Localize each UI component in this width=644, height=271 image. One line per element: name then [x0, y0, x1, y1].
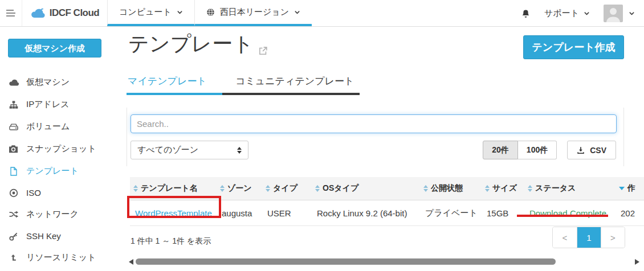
sort-icon	[220, 185, 225, 192]
hdd-icon	[8, 122, 19, 131]
level-up-icon	[8, 253, 19, 262]
page-size-button-1[interactable]: 100件	[518, 141, 557, 159]
sidebar-item-label: スナップショット	[26, 143, 96, 154]
nav-region-menu[interactable]: 西日本リージョン	[194, 0, 312, 26]
filter-row: すべてのゾーン 20件100件 CSV	[127, 141, 623, 159]
globe-icon	[206, 8, 215, 17]
account-menu[interactable]	[604, 5, 635, 22]
sidebar-item-1[interactable]: IPアドレス	[0, 93, 127, 116]
zone-select-value: すべてのゾーン	[137, 145, 198, 155]
column-label: ステータス	[535, 183, 576, 194]
sidebar: 仮想マシン作成 仮想マシンIPアドレスボリュームスナップショットテンプレートIS…	[0, 27, 127, 271]
file-icon	[8, 167, 19, 176]
topbar: IDCF Cloud コンピュート 西日本リージョン	[0, 0, 644, 27]
chevron-down-icon	[629, 10, 635, 17]
column-label: サイズ	[492, 183, 517, 194]
column-header-6[interactable]: ステータス	[524, 183, 616, 194]
pagination-prev-button[interactable]: <	[553, 227, 577, 248]
title-row: テンプレート テンプレート作成	[127, 27, 644, 62]
sidebar-menu: 仮想マシンIPアドレスボリュームスナップショットテンプレートISOネットワークS…	[0, 71, 127, 269]
column-header-2[interactable]: タイプ	[262, 183, 312, 194]
table-header-row: テンプレート名ゾーンタイプOSタイプ公開状態サイズステータス作	[130, 177, 644, 200]
sort-icon	[266, 185, 270, 192]
sidebar-item-0[interactable]: 仮想マシン	[0, 71, 127, 93]
column-header-3[interactable]: OSタイプ	[312, 183, 420, 194]
page-size-button-0[interactable]: 20件	[483, 141, 518, 159]
notification-bell-icon[interactable]	[521, 8, 531, 18]
page-title: テンプレート	[128, 30, 254, 58]
scrollbar-thumb[interactable]	[136, 258, 556, 265]
column-header-7[interactable]: 作	[616, 183, 644, 194]
filter-panel: すべてのゾーン 20件100件 CSV	[127, 108, 624, 166]
sidebar-item-label: ISO	[26, 188, 41, 198]
camera-icon	[8, 145, 19, 153]
template-table: テンプレート名ゾーンタイプOSタイプ公開状態サイズステータス作 WordPres…	[130, 177, 644, 226]
nav-compute-label: コンピュート	[119, 7, 172, 18]
tab-0[interactable]: マイテンプレート	[127, 71, 222, 95]
external-link-icon[interactable]	[258, 46, 268, 56]
column-header-5[interactable]: サイズ	[482, 183, 524, 194]
create-vm-button[interactable]: 仮想マシン作成	[8, 39, 101, 58]
pagination-next-button[interactable]: >	[601, 227, 625, 248]
search-input[interactable]	[131, 114, 617, 133]
column-header-4[interactable]: 公開状態	[420, 183, 482, 194]
support-menu[interactable]: サポート	[544, 8, 590, 19]
sort-icon	[133, 185, 138, 192]
shuffle-icon	[8, 210, 19, 219]
column-label: 公開状態	[431, 183, 463, 194]
scroll-left-arrow[interactable]	[129, 259, 133, 265]
tab-1[interactable]: コミュニティテンプレート	[222, 71, 360, 95]
sidebar-item-4[interactable]: テンプレート	[0, 160, 127, 182]
pagination: < 1 >	[552, 227, 625, 248]
table-row: WordPressTemplateaugustaUSERRocky Linux …	[130, 200, 644, 226]
cloud-icon	[8, 78, 19, 87]
cell-size: 15GB	[482, 208, 524, 218]
sidebar-item-5[interactable]: ISO	[0, 182, 127, 203]
chevron-down-icon	[584, 10, 590, 17]
scroll-right-arrow[interactable]	[635, 259, 639, 265]
brand-logo[interactable]: IDCF Cloud	[22, 0, 107, 26]
tabs: マイテンプレートコミュニティテンプレート	[127, 71, 644, 95]
cell-created: 202	[616, 208, 644, 218]
cell-status: Download Complete	[524, 208, 616, 218]
table-body: WordPressTemplateaugustaUSERRocky Linux …	[130, 200, 644, 226]
sidebar-item-label: ネットワーク	[26, 209, 79, 220]
cell-visibility: プライベート	[420, 208, 482, 219]
sort-icon	[423, 185, 428, 192]
sidebar-item-7[interactable]: SSH Key	[0, 225, 127, 247]
horizontal-scrollbar	[129, 258, 639, 265]
list-controls: 20件100件 CSV	[483, 141, 616, 159]
sidebar-item-2[interactable]: ボリューム	[0, 116, 127, 138]
nav-compute-menu[interactable]: コンピュート	[107, 0, 194, 26]
sidebar-item-label: ボリューム	[26, 121, 70, 132]
support-label: サポート	[544, 8, 579, 19]
cell-type: USER	[262, 208, 312, 218]
topbar-right: サポート	[521, 0, 644, 26]
sort-icon	[315, 185, 320, 192]
main-content: テンプレート テンプレート作成 マイテンプレートコミュニティテンプレート すべて…	[127, 27, 644, 271]
sidebar-item-6[interactable]: ネットワーク	[0, 203, 127, 225]
cell-name[interactable]: WordPressTemplate	[130, 208, 217, 218]
column-header-0[interactable]: テンプレート名	[130, 183, 217, 194]
column-label: OSタイプ	[323, 183, 358, 194]
select-updown-icon	[237, 147, 242, 154]
sidebar-item-3[interactable]: スナップショット	[0, 138, 127, 160]
pagination-page-1-button[interactable]: 1	[577, 227, 601, 248]
cell-os: Rocky Linux 9.2 (64-bit)	[312, 208, 420, 218]
sort-desc-icon	[619, 187, 625, 190]
sort-icon	[485, 185, 490, 192]
sidebar-item-label: 仮想マシン	[26, 77, 70, 88]
column-header-1[interactable]: ゾーン	[217, 183, 262, 194]
idcf-cloud-console: IDCF Cloud コンピュート 西日本リージョン	[0, 0, 644, 271]
hamburger-icon	[6, 10, 15, 17]
sidebar-item-8[interactable]: リソースリミット	[0, 247, 127, 269]
chevron-down-icon	[177, 9, 183, 15]
csv-export-button[interactable]: CSV	[567, 141, 616, 159]
column-label: 作	[627, 183, 635, 194]
zone-select[interactable]: すべてのゾーン	[131, 141, 248, 159]
create-template-button[interactable]: テンプレート作成	[523, 35, 624, 59]
avatar	[604, 5, 623, 22]
column-label: テンプレート名	[141, 183, 198, 194]
column-label: タイプ	[273, 183, 297, 194]
sidebar-toggle-button[interactable]	[0, 0, 22, 26]
